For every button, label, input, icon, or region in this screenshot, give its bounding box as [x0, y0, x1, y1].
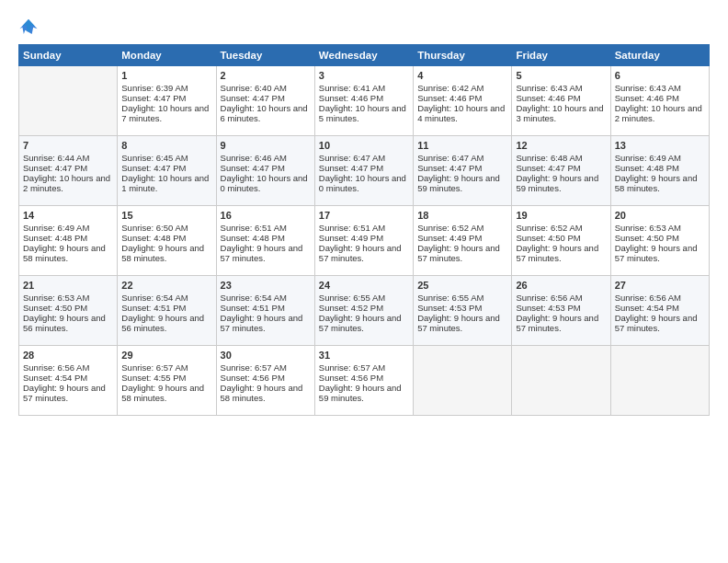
calendar-cell: 29Sunrise: 6:57 AMSunset: 4:55 PMDayligh… — [118, 346, 216, 416]
calendar-cell: 1Sunrise: 6:39 AMSunset: 4:47 PMDaylight… — [118, 66, 216, 136]
calendar-cell: 7Sunrise: 6:44 AMSunset: 4:47 PMDaylight… — [19, 136, 118, 206]
calendar-cell: 9Sunrise: 6:46 AMSunset: 4:47 PMDaylight… — [216, 136, 314, 206]
daylight-text: Daylight: 9 hours and 57 minutes. — [319, 313, 402, 333]
sunset-text: Sunset: 4:47 PM — [121, 93, 186, 103]
sunrise-text: Sunrise: 6:56 AM — [615, 293, 681, 303]
sunset-text: Sunset: 4:50 PM — [516, 233, 580, 243]
daylight-text: Daylight: 9 hours and 56 minutes. — [23, 313, 106, 333]
weekday-header-tuesday: Tuesday — [216, 45, 314, 66]
calendar-cell: 26Sunrise: 6:56 AMSunset: 4:53 PMDayligh… — [512, 276, 610, 346]
sunset-text: Sunset: 4:48 PM — [23, 233, 87, 243]
sunset-text: Sunset: 4:49 PM — [417, 233, 482, 243]
day-number: 16 — [221, 210, 311, 221]
day-number: 13 — [615, 140, 705, 151]
sunrise-text: Sunrise: 6:52 AM — [516, 223, 582, 233]
sunrise-text: Sunrise: 6:43 AM — [516, 83, 582, 93]
sunset-text: Sunset: 4:46 PM — [417, 93, 482, 103]
logo-bird-icon — [18, 17, 39, 37]
sunrise-text: Sunrise: 6:49 AM — [23, 223, 89, 233]
calendar-cell: 23Sunrise: 6:54 AMSunset: 4:51 PMDayligh… — [216, 276, 314, 346]
calendar-week-4: 21Sunrise: 6:53 AMSunset: 4:50 PMDayligh… — [19, 276, 710, 346]
calendar-cell: 19Sunrise: 6:52 AMSunset: 4:50 PMDayligh… — [512, 206, 610, 276]
calendar-cell — [19, 66, 118, 136]
day-number: 3 — [319, 70, 409, 81]
sunset-text: Sunset: 4:50 PM — [23, 303, 87, 313]
calendar-cell: 20Sunrise: 6:53 AMSunset: 4:50 PMDayligh… — [610, 206, 709, 276]
daylight-text: Daylight: 9 hours and 56 minutes. — [121, 313, 204, 333]
sunset-text: Sunset: 4:47 PM — [23, 163, 87, 173]
daylight-text: Daylight: 9 hours and 58 minutes. — [221, 383, 303, 403]
sunset-text: Sunset: 4:51 PM — [221, 303, 285, 313]
daylight-text: Daylight: 10 hours and 3 minutes. — [516, 103, 603, 123]
calendar-cell: 27Sunrise: 6:56 AMSunset: 4:54 PMDayligh… — [610, 276, 709, 346]
day-number: 28 — [23, 350, 113, 361]
day-number: 18 — [417, 210, 507, 221]
calendar-cell: 11Sunrise: 6:47 AMSunset: 4:47 PMDayligh… — [414, 136, 512, 206]
calendar-table: SundayMondayTuesdayWednesdayThursdayFrid… — [18, 44, 710, 416]
day-number: 11 — [417, 140, 507, 151]
sunset-text: Sunset: 4:47 PM — [221, 163, 285, 173]
weekday-header-wednesday: Wednesday — [314, 45, 413, 66]
sunset-text: Sunset: 4:48 PM — [615, 163, 679, 173]
day-number: 6 — [615, 70, 705, 81]
sunrise-text: Sunrise: 6:41 AM — [319, 83, 385, 93]
sunset-text: Sunset: 4:47 PM — [417, 163, 482, 173]
calendar-cell — [610, 346, 709, 416]
sunrise-text: Sunrise: 6:54 AM — [221, 293, 287, 303]
daylight-text: Daylight: 9 hours and 57 minutes. — [516, 313, 598, 333]
sunset-text: Sunset: 4:56 PM — [319, 373, 383, 383]
day-number: 8 — [121, 140, 211, 151]
sunset-text: Sunset: 4:47 PM — [221, 93, 285, 103]
daylight-text: Daylight: 9 hours and 57 minutes. — [221, 243, 303, 263]
calendar-cell: 10Sunrise: 6:47 AMSunset: 4:47 PMDayligh… — [314, 136, 413, 206]
daylight-text: Daylight: 9 hours and 58 minutes. — [615, 173, 698, 193]
sunset-text: Sunset: 4:53 PM — [417, 303, 482, 313]
calendar-cell: 22Sunrise: 6:54 AMSunset: 4:51 PMDayligh… — [118, 276, 216, 346]
daylight-text: Daylight: 9 hours and 59 minutes. — [319, 383, 402, 403]
sunset-text: Sunset: 4:52 PM — [319, 303, 383, 313]
sunrise-text: Sunrise: 6:53 AM — [615, 223, 681, 233]
calendar-week-1: 1Sunrise: 6:39 AMSunset: 4:47 PMDaylight… — [19, 66, 710, 136]
calendar-cell: 5Sunrise: 6:43 AMSunset: 4:46 PMDaylight… — [512, 66, 610, 136]
day-number: 5 — [516, 70, 606, 81]
daylight-text: Daylight: 9 hours and 59 minutes. — [516, 173, 598, 193]
calendar-week-3: 14Sunrise: 6:49 AMSunset: 4:48 PMDayligh… — [19, 206, 710, 276]
daylight-text: Daylight: 10 hours and 2 minutes. — [23, 173, 110, 193]
calendar-cell: 18Sunrise: 6:52 AMSunset: 4:49 PMDayligh… — [414, 206, 512, 276]
calendar-cell: 25Sunrise: 6:55 AMSunset: 4:53 PMDayligh… — [414, 276, 512, 346]
header — [18, 17, 710, 37]
sunset-text: Sunset: 4:53 PM — [516, 303, 580, 313]
daylight-text: Daylight: 10 hours and 1 minute. — [121, 173, 209, 193]
calendar-cell: 17Sunrise: 6:51 AMSunset: 4:49 PMDayligh… — [314, 206, 413, 276]
day-number: 30 — [221, 350, 311, 361]
sunset-text: Sunset: 4:46 PM — [319, 93, 383, 103]
sunset-text: Sunset: 4:47 PM — [516, 163, 580, 173]
day-number: 12 — [516, 140, 606, 151]
sunset-text: Sunset: 4:48 PM — [121, 233, 186, 243]
calendar-cell: 24Sunrise: 6:55 AMSunset: 4:52 PMDayligh… — [314, 276, 413, 346]
sunrise-text: Sunrise: 6:56 AM — [516, 293, 582, 303]
sunrise-text: Sunrise: 6:51 AM — [221, 223, 287, 233]
sunset-text: Sunset: 4:48 PM — [221, 233, 285, 243]
calendar-cell: 31Sunrise: 6:57 AMSunset: 4:56 PMDayligh… — [314, 346, 413, 416]
sunrise-text: Sunrise: 6:43 AM — [615, 83, 681, 93]
calendar-cell: 30Sunrise: 6:57 AMSunset: 4:56 PMDayligh… — [216, 346, 314, 416]
daylight-text: Daylight: 10 hours and 2 minutes. — [615, 103, 702, 123]
sunset-text: Sunset: 4:50 PM — [615, 233, 679, 243]
day-number: 24 — [319, 280, 409, 291]
daylight-text: Daylight: 9 hours and 57 minutes. — [23, 383, 106, 403]
daylight-text: Daylight: 9 hours and 57 minutes. — [221, 313, 303, 333]
sunrise-text: Sunrise: 6:49 AM — [615, 153, 681, 163]
calendar-cell: 13Sunrise: 6:49 AMSunset: 4:48 PMDayligh… — [610, 136, 709, 206]
sunrise-text: Sunrise: 6:44 AM — [23, 153, 89, 163]
calendar-cell: 4Sunrise: 6:42 AMSunset: 4:46 PMDaylight… — [414, 66, 512, 136]
weekday-header-sunday: Sunday — [19, 45, 118, 66]
daylight-text: Daylight: 9 hours and 57 minutes. — [615, 243, 698, 263]
daylight-text: Daylight: 10 hours and 0 minutes. — [221, 173, 308, 193]
sunrise-text: Sunrise: 6:57 AM — [319, 362, 385, 373]
sunset-text: Sunset: 4:49 PM — [319, 233, 383, 243]
sunrise-text: Sunrise: 6:53 AM — [23, 293, 89, 303]
weekday-header-monday: Monday — [118, 45, 216, 66]
daylight-text: Daylight: 9 hours and 57 minutes. — [417, 313, 500, 333]
daylight-text: Daylight: 9 hours and 57 minutes. — [615, 313, 698, 333]
